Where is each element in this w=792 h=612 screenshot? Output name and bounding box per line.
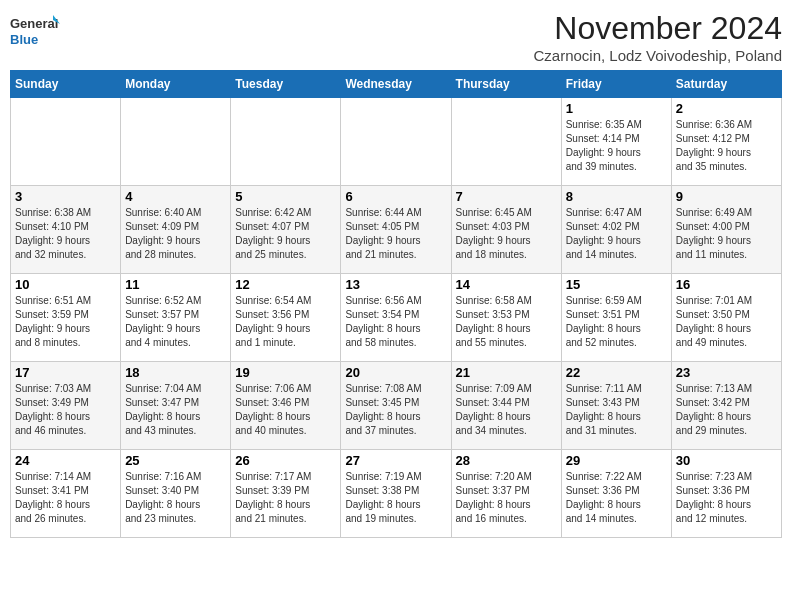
day-info: Sunrise: 6:47 AM Sunset: 4:02 PM Dayligh… [566,206,667,262]
logo-svg: General Blue [10,10,60,52]
day-number: 25 [125,453,226,468]
day-info: Sunrise: 6:49 AM Sunset: 4:00 PM Dayligh… [676,206,777,262]
day-number: 8 [566,189,667,204]
day-number: 24 [15,453,116,468]
day-cell: 30Sunrise: 7:23 AM Sunset: 3:36 PM Dayli… [671,450,781,538]
day-info: Sunrise: 6:36 AM Sunset: 4:12 PM Dayligh… [676,118,777,174]
svg-text:General: General [10,16,58,31]
day-cell: 26Sunrise: 7:17 AM Sunset: 3:39 PM Dayli… [231,450,341,538]
day-number: 27 [345,453,446,468]
day-cell: 23Sunrise: 7:13 AM Sunset: 3:42 PM Dayli… [671,362,781,450]
day-cell: 5Sunrise: 6:42 AM Sunset: 4:07 PM Daylig… [231,186,341,274]
week-row-3: 10Sunrise: 6:51 AM Sunset: 3:59 PM Dayli… [11,274,782,362]
day-cell: 8Sunrise: 6:47 AM Sunset: 4:02 PM Daylig… [561,186,671,274]
day-number: 6 [345,189,446,204]
day-cell [121,98,231,186]
day-cell: 21Sunrise: 7:09 AM Sunset: 3:44 PM Dayli… [451,362,561,450]
day-cell: 20Sunrise: 7:08 AM Sunset: 3:45 PM Dayli… [341,362,451,450]
col-header-saturday: Saturday [671,71,781,98]
day-info: Sunrise: 7:16 AM Sunset: 3:40 PM Dayligh… [125,470,226,526]
day-number: 11 [125,277,226,292]
day-number: 12 [235,277,336,292]
day-info: Sunrise: 7:04 AM Sunset: 3:47 PM Dayligh… [125,382,226,438]
week-row-2: 3Sunrise: 6:38 AM Sunset: 4:10 PM Daylig… [11,186,782,274]
day-info: Sunrise: 7:23 AM Sunset: 3:36 PM Dayligh… [676,470,777,526]
col-header-monday: Monday [121,71,231,98]
title-block: November 2024 Czarnocin, Lodz Voivodeshi… [534,10,783,64]
day-cell: 11Sunrise: 6:52 AM Sunset: 3:57 PM Dayli… [121,274,231,362]
day-number: 30 [676,453,777,468]
day-number: 23 [676,365,777,380]
day-info: Sunrise: 7:03 AM Sunset: 3:49 PM Dayligh… [15,382,116,438]
day-cell: 29Sunrise: 7:22 AM Sunset: 3:36 PM Dayli… [561,450,671,538]
day-cell: 7Sunrise: 6:45 AM Sunset: 4:03 PM Daylig… [451,186,561,274]
col-header-thursday: Thursday [451,71,561,98]
day-number: 7 [456,189,557,204]
day-number: 5 [235,189,336,204]
day-number: 15 [566,277,667,292]
day-number: 18 [125,365,226,380]
day-info: Sunrise: 6:40 AM Sunset: 4:09 PM Dayligh… [125,206,226,262]
day-cell: 12Sunrise: 6:54 AM Sunset: 3:56 PM Dayli… [231,274,341,362]
day-info: Sunrise: 6:58 AM Sunset: 3:53 PM Dayligh… [456,294,557,350]
col-header-friday: Friday [561,71,671,98]
day-info: Sunrise: 6:45 AM Sunset: 4:03 PM Dayligh… [456,206,557,262]
day-cell [451,98,561,186]
day-info: Sunrise: 7:11 AM Sunset: 3:43 PM Dayligh… [566,382,667,438]
day-number: 14 [456,277,557,292]
day-cell: 6Sunrise: 6:44 AM Sunset: 4:05 PM Daylig… [341,186,451,274]
svg-text:Blue: Blue [10,32,38,47]
day-cell [231,98,341,186]
day-info: Sunrise: 7:19 AM Sunset: 3:38 PM Dayligh… [345,470,446,526]
day-cell: 16Sunrise: 7:01 AM Sunset: 3:50 PM Dayli… [671,274,781,362]
day-info: Sunrise: 7:20 AM Sunset: 3:37 PM Dayligh… [456,470,557,526]
day-info: Sunrise: 7:13 AM Sunset: 3:42 PM Dayligh… [676,382,777,438]
day-info: Sunrise: 7:22 AM Sunset: 3:36 PM Dayligh… [566,470,667,526]
day-number: 19 [235,365,336,380]
day-cell [11,98,121,186]
day-cell: 13Sunrise: 6:56 AM Sunset: 3:54 PM Dayli… [341,274,451,362]
day-info: Sunrise: 6:56 AM Sunset: 3:54 PM Dayligh… [345,294,446,350]
day-cell: 1Sunrise: 6:35 AM Sunset: 4:14 PM Daylig… [561,98,671,186]
day-info: Sunrise: 6:51 AM Sunset: 3:59 PM Dayligh… [15,294,116,350]
day-info: Sunrise: 6:42 AM Sunset: 4:07 PM Dayligh… [235,206,336,262]
week-row-4: 17Sunrise: 7:03 AM Sunset: 3:49 PM Dayli… [11,362,782,450]
logo: General Blue [10,10,60,52]
day-info: Sunrise: 7:09 AM Sunset: 3:44 PM Dayligh… [456,382,557,438]
page-header: General Blue November 2024 Czarnocin, Lo… [10,10,782,64]
day-number: 1 [566,101,667,116]
day-info: Sunrise: 6:54 AM Sunset: 3:56 PM Dayligh… [235,294,336,350]
day-cell: 19Sunrise: 7:06 AM Sunset: 3:46 PM Dayli… [231,362,341,450]
day-info: Sunrise: 6:59 AM Sunset: 3:51 PM Dayligh… [566,294,667,350]
day-info: Sunrise: 7:08 AM Sunset: 3:45 PM Dayligh… [345,382,446,438]
day-cell: 2Sunrise: 6:36 AM Sunset: 4:12 PM Daylig… [671,98,781,186]
day-info: Sunrise: 7:01 AM Sunset: 3:50 PM Dayligh… [676,294,777,350]
day-info: Sunrise: 7:14 AM Sunset: 3:41 PM Dayligh… [15,470,116,526]
day-cell: 17Sunrise: 7:03 AM Sunset: 3:49 PM Dayli… [11,362,121,450]
day-cell: 10Sunrise: 6:51 AM Sunset: 3:59 PM Dayli… [11,274,121,362]
month-title: November 2024 [534,10,783,47]
day-cell: 14Sunrise: 6:58 AM Sunset: 3:53 PM Dayli… [451,274,561,362]
day-number: 3 [15,189,116,204]
location: Czarnocin, Lodz Voivodeship, Poland [534,47,783,64]
day-cell: 18Sunrise: 7:04 AM Sunset: 3:47 PM Dayli… [121,362,231,450]
day-info: Sunrise: 7:17 AM Sunset: 3:39 PM Dayligh… [235,470,336,526]
header-row: SundayMondayTuesdayWednesdayThursdayFrid… [11,71,782,98]
day-info: Sunrise: 6:35 AM Sunset: 4:14 PM Dayligh… [566,118,667,174]
day-number: 16 [676,277,777,292]
week-row-5: 24Sunrise: 7:14 AM Sunset: 3:41 PM Dayli… [11,450,782,538]
day-cell [341,98,451,186]
day-cell: 4Sunrise: 6:40 AM Sunset: 4:09 PM Daylig… [121,186,231,274]
day-number: 29 [566,453,667,468]
day-cell: 22Sunrise: 7:11 AM Sunset: 3:43 PM Dayli… [561,362,671,450]
day-cell: 3Sunrise: 6:38 AM Sunset: 4:10 PM Daylig… [11,186,121,274]
day-number: 4 [125,189,226,204]
day-number: 21 [456,365,557,380]
day-cell: 25Sunrise: 7:16 AM Sunset: 3:40 PM Dayli… [121,450,231,538]
col-header-tuesday: Tuesday [231,71,341,98]
day-number: 20 [345,365,446,380]
day-number: 9 [676,189,777,204]
col-header-sunday: Sunday [11,71,121,98]
day-cell: 9Sunrise: 6:49 AM Sunset: 4:00 PM Daylig… [671,186,781,274]
day-cell: 15Sunrise: 6:59 AM Sunset: 3:51 PM Dayli… [561,274,671,362]
